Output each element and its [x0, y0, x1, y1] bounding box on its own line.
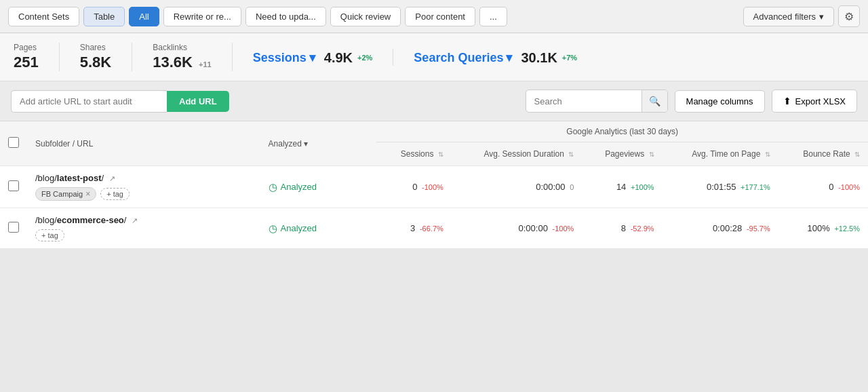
stat-sessions-value[interactable]: Sessions ▾ 4.9K +2%: [253, 50, 373, 66]
row2-url-link[interactable]: /blog/ecommerce-seo/: [35, 215, 129, 225]
stat-sessions[interactable]: Sessions ▾ 4.9K +2%: [253, 49, 394, 66]
row1-analyzed-cell: ◷ Analyzed: [260, 166, 377, 208]
tab-poor-content[interactable]: Poor content: [405, 7, 475, 26]
table-row: /blog/ecommerce-seo/ ↗ + tag ◷ Analyzed: [0, 208, 868, 249]
row1-tag-close-icon[interactable]: ×: [85, 189, 90, 199]
row2-url-prefix: /blog/: [35, 215, 57, 225]
row2-analyzed-cell: ◷ Analyzed: [260, 208, 377, 249]
stat-pages-value: 251: [14, 54, 39, 71]
row2-bounce-rate-change: +12.5%: [834, 224, 860, 233]
row1-add-tag-button[interactable]: + tag: [100, 188, 130, 200]
tab-more[interactable]: ...: [479, 7, 507, 26]
row2-sessions-change: -66.7%: [420, 224, 443, 233]
row2-avg-time-change: -95.7%: [747, 224, 770, 233]
row2-avg-session-cell: 0:00:00 -100%: [452, 208, 582, 249]
stat-search-queries-change: +7%: [562, 54, 577, 62]
export-label: Export XLSX: [795, 96, 846, 106]
pageviews-sort-icon[interactable]: ⇅: [649, 151, 654, 158]
table-toolbar: Add URL 🔍 Manage columns ⬆ Export XLSX: [0, 81, 868, 121]
row1-avg-time-cell: 0:01:55 +177.1%: [663, 166, 778, 208]
stat-pages-label: Pages: [14, 43, 39, 52]
th-bounce-rate: Bounce Rate ⇅: [778, 142, 868, 166]
add-url-button[interactable]: Add URL: [167, 91, 229, 112]
manage-columns-button[interactable]: Manage columns: [675, 90, 765, 113]
analyzed-dropdown[interactable]: Analyzed ▾: [269, 139, 309, 149]
chevron-down-icon-queries: ▾: [506, 50, 512, 65]
url-input[interactable]: [11, 90, 167, 113]
chevron-down-icon-sessions: ▾: [309, 50, 315, 65]
row2-pageviews-value: 8: [621, 223, 626, 233]
tab-all[interactable]: All: [129, 7, 159, 26]
th-pageviews: Pageviews ⇅: [582, 142, 662, 166]
th-ga-header: Google Analytics (last 30 days): [376, 121, 868, 142]
row2-checkbox[interactable]: [8, 222, 19, 233]
row2-add-tag-button[interactable]: + tag: [35, 229, 64, 241]
row2-sessions-cell: 3 -66.7%: [376, 208, 451, 249]
row2-avg-time-cell: 0:00:28 -95.7%: [663, 208, 778, 249]
row1-pageviews-change: +100%: [631, 183, 654, 191]
row2-pageviews-cell: 8 -52.9%: [582, 208, 662, 249]
row1-sessions-value: 0: [412, 182, 417, 192]
row1-checkbox[interactable]: [8, 180, 19, 191]
th-sessions: Sessions ⇅: [376, 142, 451, 166]
row1-pageviews-value: 14: [616, 182, 626, 192]
select-all-checkbox[interactable]: [8, 137, 19, 148]
avg-time-sort-icon[interactable]: ⇅: [765, 151, 770, 158]
tab-rewrite[interactable]: Rewrite or re...: [163, 7, 241, 26]
row1-url-suffix: /: [102, 173, 104, 183]
th-checkbox: [0, 121, 27, 166]
row2-avg-session-change: -100%: [552, 224, 574, 233]
row2-avg-time-value: 0:00:28: [713, 223, 742, 233]
row1-avg-session-cell: 0:00:00 0: [452, 166, 582, 208]
row2-pageviews-change: -52.9%: [631, 224, 654, 233]
row1-tag-fb: FB Campaig ×: [35, 187, 96, 201]
stats-bar: Pages 251 Shares 5.8K Backlinks 13.6K +1…: [0, 33, 868, 81]
stat-backlinks: Backlinks 13.6K +11: [153, 43, 233, 71]
export-xlsx-button[interactable]: ⬆ Export XLSX: [772, 90, 857, 113]
avg-session-sort-icon[interactable]: ⇅: [568, 151, 574, 158]
row1-external-link-icon[interactable]: ↗: [109, 174, 115, 182]
row1-avg-time-value: 0:01:55: [707, 182, 736, 192]
stat-shares-label: Shares: [80, 43, 111, 52]
row2-tags-row: + tag: [35, 229, 252, 241]
bounce-rate-sort-icon[interactable]: ⇅: [854, 151, 860, 158]
row1-avg-session-value: 0:00:00: [536, 182, 565, 192]
tab-quick-review[interactable]: Quick review: [330, 7, 401, 26]
row1-avg-time-change: +177.1%: [741, 183, 770, 191]
row2-url-suffix: /: [124, 215, 127, 225]
advanced-filters-button[interactable]: Advanced filters ▾: [743, 7, 835, 26]
search-icon: 🔍: [649, 96, 660, 106]
chevron-down-icon: ▾: [819, 12, 824, 22]
row1-analyzed-label: Analyzed: [281, 182, 317, 192]
search-icon-button[interactable]: 🔍: [642, 90, 667, 112]
row2-url-cell: /blog/ecommerce-seo/ ↗ + tag: [27, 208, 260, 249]
tab-table[interactable]: Table: [83, 7, 125, 26]
advanced-filters-label: Advanced filters: [753, 12, 816, 22]
row1-analyzed-badge[interactable]: ◷ Analyzed: [269, 181, 317, 193]
row1-bounce-rate-cell: 0 -100%: [778, 166, 868, 208]
stat-shares-value: 5.8K: [80, 54, 111, 71]
stat-search-queries-value[interactable]: Search Queries ▾ 30.1K +7%: [414, 50, 577, 66]
row2-checkbox-cell: [0, 208, 27, 249]
tab-need-to-update[interactable]: Need to upda...: [245, 7, 326, 26]
settings-gear-button[interactable]: ⚙: [838, 5, 860, 27]
row2-analyzed-badge[interactable]: ◷ Analyzed: [269, 222, 317, 235]
data-table-wrapper: Subfolder / URL Analyzed ▾ Google Analyt…: [0, 121, 868, 249]
row1-tag-label: FB Campaig: [41, 190, 83, 198]
row2-external-link-icon[interactable]: ↗: [132, 216, 138, 224]
stat-backlinks-value: 13.6K +11: [153, 54, 212, 71]
row2-sessions-value: 3: [410, 223, 415, 233]
row1-checkbox-cell: [0, 166, 27, 208]
gear-icon: ⚙: [844, 10, 854, 23]
th-subfolder: Subfolder / URL: [27, 121, 260, 166]
stat-search-queries[interactable]: Search Queries ▾ 30.1K +7%: [414, 49, 597, 66]
row1-bounce-rate-change: -100%: [838, 183, 860, 191]
row2-bounce-rate-cell: 100% +12.5%: [778, 208, 868, 249]
tab-content-sets[interactable]: Content Sets: [8, 7, 79, 26]
sessions-sort-icon[interactable]: ⇅: [438, 151, 443, 158]
th-avg-session: Avg. Session Duration ⇅: [452, 142, 582, 166]
stat-sessions-change: +2%: [357, 54, 372, 62]
row1-url-link[interactable]: /blog/latest-post/: [35, 173, 106, 183]
row2-bounce-rate-value: 100%: [808, 223, 830, 233]
search-input[interactable]: [526, 91, 642, 112]
